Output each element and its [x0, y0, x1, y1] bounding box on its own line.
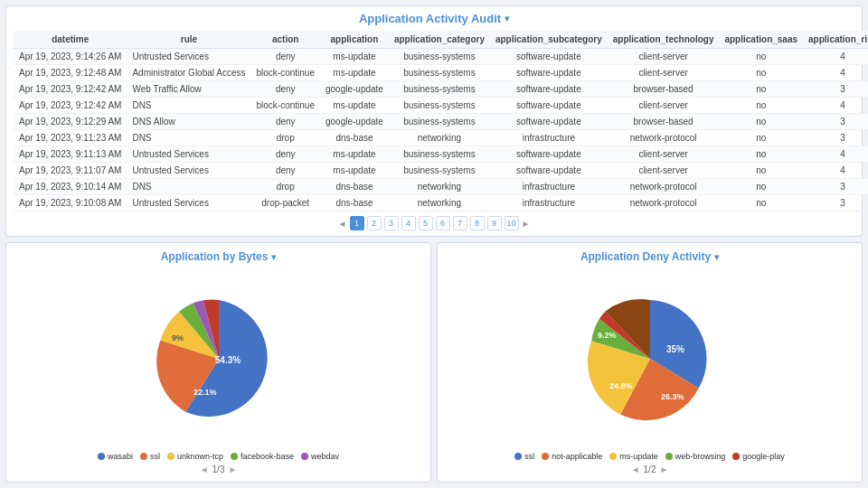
- not-applicable-label: not-applicable: [552, 452, 602, 461]
- svg-text:24.8%: 24.8%: [609, 381, 633, 390]
- right-pie-chart: 35% 26.3% 24.8% 9.2%: [560, 291, 741, 427]
- cell-1-0: Apr 19, 2023, 9:12:48 AM: [14, 65, 127, 81]
- cell-1-2: block-continue: [250, 65, 319, 81]
- title-dropdown-icon[interactable]: ▾: [505, 14, 509, 23]
- table-row: Apr 19, 2023, 9:14:26 AMUntrusted Servic…: [14, 49, 868, 65]
- svg-text:26.3%: 26.3%: [661, 392, 684, 401]
- cell-5-6: network-protocol: [608, 130, 720, 146]
- cell-7-8: 4: [803, 163, 868, 179]
- left-chart-dropdown[interactable]: ▾: [271, 252, 276, 262]
- table-row: Apr 19, 2023, 9:11:13 AMUntrusted Servic…: [14, 146, 868, 163]
- col-technology: application_technology: [608, 31, 720, 49]
- next-page-arrow[interactable]: ►: [522, 219, 531, 229]
- right-chart-area: 35% 26.3% 24.8% 9.2%: [445, 268, 854, 448]
- page-btn-6[interactable]: 6: [436, 216, 450, 230]
- cell-8-1: DNS: [127, 179, 250, 195]
- svg-text:54.3%: 54.3%: [214, 355, 240, 365]
- page-btn-10[interactable]: 10: [505, 216, 519, 230]
- cell-6-0: Apr 19, 2023, 9:11:13 AM: [14, 146, 127, 163]
- table-header-row: datetime rule action application applica…: [14, 31, 868, 49]
- ssl-right-dot: [514, 453, 522, 460]
- cell-6-7: no: [719, 146, 803, 163]
- cell-7-7: no: [719, 163, 803, 179]
- page-btn-9[interactable]: 9: [487, 216, 502, 230]
- cell-5-8: 3: [803, 130, 868, 146]
- cell-7-0: Apr 19, 2023, 9:11:07 AM: [14, 163, 127, 179]
- table-row: Apr 19, 2023, 9:12:42 AMDNSblock-continu…: [14, 98, 868, 114]
- page-btn-1[interactable]: 1: [350, 216, 364, 230]
- cell-3-5: software-update: [490, 98, 608, 114]
- cell-2-2: deny: [250, 81, 319, 98]
- prev-page-arrow[interactable]: ◄: [338, 219, 347, 229]
- left-pie-chart: 54.3% 22.1% 9%: [137, 291, 300, 427]
- cell-4-7: no: [719, 114, 803, 130]
- right-next-arrow[interactable]: ►: [659, 465, 668, 474]
- cell-9-6: network-protocol: [608, 195, 720, 211]
- legend-wasabi: wasabi: [98, 452, 133, 461]
- left-chart-panel: Application by Bytes ▾: [5, 242, 431, 483]
- col-action: action: [250, 31, 319, 49]
- cell-7-1: Untrusted Services: [127, 163, 250, 179]
- cell-2-4: business-systems: [389, 81, 490, 98]
- svg-text:9%: 9%: [172, 333, 184, 343]
- cell-0-6: client-server: [608, 49, 720, 65]
- table-row: Apr 19, 2023, 9:11:07 AMUntrusted Servic…: [14, 163, 868, 179]
- right-prev-arrow[interactable]: ◄: [631, 465, 640, 474]
- legend-not-applicable: not-applicable: [542, 452, 602, 461]
- left-prev-arrow[interactable]: ◄: [200, 465, 209, 474]
- cell-2-0: Apr 19, 2023, 9:12:42 AM: [14, 81, 127, 98]
- web-browsing-label: web-browsing: [675, 452, 726, 461]
- page-btn-5[interactable]: 5: [419, 216, 433, 230]
- legend-webdav: webdav: [301, 452, 339, 461]
- left-chart-area: 54.3% 22.1% 9%: [14, 268, 423, 448]
- cell-5-5: infrastructure: [490, 130, 608, 146]
- cell-1-7: no: [719, 65, 803, 81]
- col-category: application_category: [389, 31, 490, 49]
- cell-0-3: ms-update: [320, 49, 389, 65]
- cell-1-5: software-update: [490, 65, 608, 81]
- table-row: Apr 19, 2023, 9:10:08 AMUntrusted Servic…: [14, 195, 868, 211]
- google-play-label: google-play: [742, 452, 785, 461]
- legend-google-play: google-play: [732, 452, 785, 461]
- cell-9-7: no: [719, 195, 803, 211]
- legend-ssl: ssl: [140, 452, 160, 461]
- page-btn-8[interactable]: 8: [470, 216, 485, 230]
- page-btn-3[interactable]: 3: [384, 216, 399, 230]
- page-btn-7[interactable]: 7: [453, 216, 467, 230]
- right-chart-title-text: Application Deny Activity: [580, 250, 711, 263]
- cell-0-2: deny: [250, 49, 319, 65]
- left-page-indicator: 1/3: [212, 465, 225, 474]
- cell-6-1: Untrusted Services: [127, 146, 250, 163]
- cell-4-0: Apr 19, 2023, 9:12:29 AM: [14, 114, 127, 130]
- left-chart-legend: wasabi ssl unknown-tcp facebook-base web…: [98, 452, 339, 461]
- col-risk: application_risk: [803, 31, 868, 49]
- cell-6-6: client-server: [608, 146, 720, 163]
- activity-table: datetime rule action application applica…: [14, 31, 868, 211]
- svg-text:35%: 35%: [666, 344, 684, 354]
- cell-3-3: ms-update: [320, 98, 389, 114]
- left-next-arrow[interactable]: ►: [228, 465, 237, 474]
- cell-8-2: drop: [250, 179, 319, 195]
- cell-6-2: deny: [250, 146, 319, 163]
- page-btn-2[interactable]: 2: [367, 216, 382, 230]
- left-chart-title: Application by Bytes ▾: [161, 250, 277, 263]
- cell-5-1: DNS: [127, 130, 250, 146]
- ssl-dot: [140, 453, 147, 460]
- cell-1-6: client-server: [608, 65, 720, 81]
- cell-3-7: no: [719, 98, 803, 114]
- right-chart-dropdown[interactable]: ▾: [714, 252, 719, 262]
- svg-text:9.2%: 9.2%: [598, 331, 617, 340]
- cell-5-0: Apr 19, 2023, 9:11:23 AM: [14, 130, 127, 146]
- google-play-dot: [732, 453, 740, 460]
- cell-7-6: client-server: [608, 163, 720, 179]
- page-btn-4[interactable]: 4: [401, 216, 416, 230]
- main-container: Application Activity Audit ▾ datetime ru…: [0, 0, 868, 488]
- cell-8-3: dns-base: [320, 179, 389, 195]
- cell-0-4: business-systems: [389, 49, 490, 65]
- legend-web-browsing: web-browsing: [665, 452, 726, 461]
- col-application: application: [320, 31, 389, 49]
- cell-4-3: google-update: [320, 114, 389, 130]
- legend-facebook-base: facebook-base: [231, 452, 294, 461]
- not-applicable-dot: [542, 453, 549, 460]
- title-text: Application Activity Audit: [359, 12, 501, 25]
